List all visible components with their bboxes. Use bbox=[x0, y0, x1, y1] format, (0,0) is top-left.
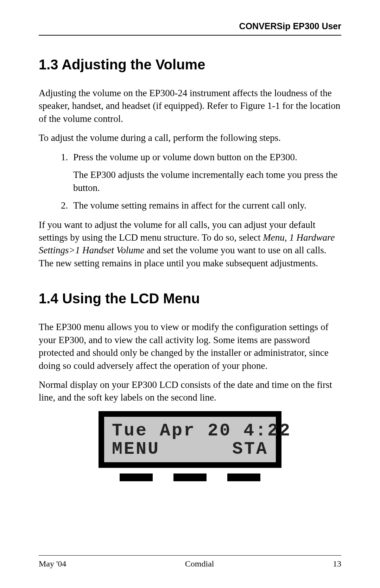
para-1-3-intro: Adjusting the volume on the EP300-24 ins… bbox=[39, 87, 341, 125]
page-footer: May '04 Comdial 13 bbox=[39, 555, 341, 569]
para-1-3-default: If you want to adjust the volume for all… bbox=[39, 218, 341, 270]
lcd-line-2: MENU STA bbox=[112, 440, 268, 459]
step-1-note: The EP300 adjusts the volume incremental… bbox=[73, 168, 341, 194]
running-header: CONVERSip EP300 User bbox=[39, 21, 341, 36]
lcd-frame: Tue Apr 20 4:22 MENU STA bbox=[99, 411, 281, 468]
footer-vendor: Comdial bbox=[185, 559, 214, 569]
para-1-4-intro: The EP300 menu allows you to view or mod… bbox=[39, 321, 341, 372]
step-1-text: Press the volume up or volume down butto… bbox=[73, 152, 297, 162]
para-1-3-lead: To adjust the volume during a call, perf… bbox=[39, 131, 341, 144]
softkey-button-1[interactable] bbox=[120, 474, 153, 481]
softkey-row bbox=[99, 468, 281, 481]
section-heading-1-4: 1.4 Using the LCD Menu bbox=[39, 291, 341, 307]
lcd-softkey-label-left: MENU bbox=[112, 440, 160, 459]
step-2-text: The volume setting remains in affect for… bbox=[73, 200, 306, 211]
step-2: The volume setting remains in affect for… bbox=[70, 199, 341, 212]
para-1-4-normal-display: Normal display on your EP300 LCD consist… bbox=[39, 378, 341, 404]
footer-date: May '04 bbox=[39, 559, 66, 569]
lcd-line-1: Tue Apr 20 4:22 bbox=[112, 422, 268, 440]
steps-list: Press the volume up or volume down butto… bbox=[39, 151, 341, 212]
section-heading-1-3: 1.3 Adjusting the Volume bbox=[39, 57, 341, 73]
lcd-figure: Tue Apr 20 4:22 MENU STA bbox=[99, 411, 281, 481]
lcd-softkey-label-right: STA bbox=[232, 440, 268, 459]
softkey-button-2[interactable] bbox=[173, 474, 207, 481]
step-1: Press the volume up or volume down butto… bbox=[70, 151, 341, 194]
footer-page: 13 bbox=[333, 559, 341, 569]
manual-page: CONVERSip EP300 User 1.3 Adjusting the V… bbox=[0, 0, 380, 588]
softkey-button-3[interactable] bbox=[227, 474, 260, 481]
